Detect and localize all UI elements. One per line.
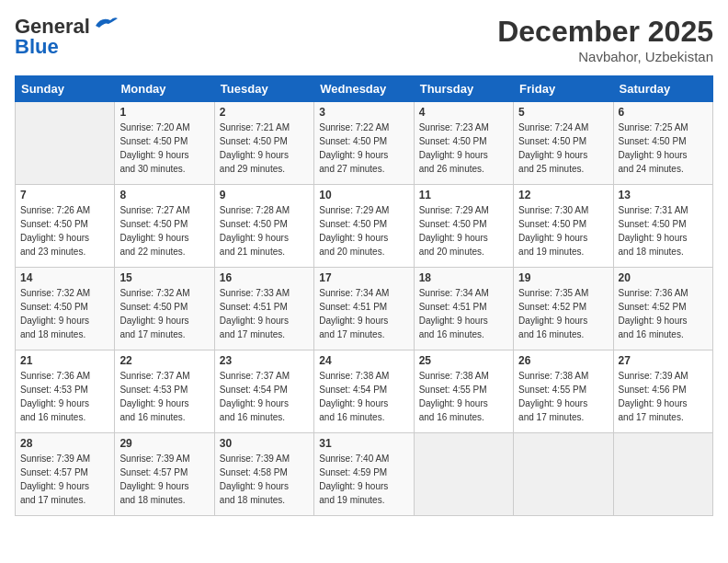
day-info: Sunrise: 7:38 AM Sunset: 4:54 PM Dayligh… xyxy=(319,369,408,424)
day-number: 8 xyxy=(119,189,209,201)
day-number: 13 xyxy=(619,189,708,201)
col-header-sunday: Sunday xyxy=(16,76,115,102)
calendar-cell xyxy=(613,433,712,516)
calendar-cell: 14Sunrise: 7:32 AM Sunset: 4:50 PM Dayli… xyxy=(16,268,115,350)
col-header-wednesday: Wednesday xyxy=(314,76,414,102)
day-number: 15 xyxy=(119,271,209,284)
calendar-cell: 1Sunrise: 7:20 AM Sunset: 4:50 PM Daylig… xyxy=(115,102,214,185)
day-info: Sunrise: 7:39 AM Sunset: 4:57 PM Dayligh… xyxy=(119,452,209,507)
calendar-cell: 21Sunrise: 7:36 AM Sunset: 4:53 PM Dayli… xyxy=(16,350,115,433)
calendar-cell: 12Sunrise: 7:30 AM Sunset: 4:50 PM Dayli… xyxy=(514,185,613,268)
day-number: 18 xyxy=(419,271,508,284)
day-number: 16 xyxy=(220,271,309,284)
calendar-cell: 9Sunrise: 7:28 AM Sunset: 4:50 PM Daylig… xyxy=(214,185,313,268)
day-number: 17 xyxy=(319,271,408,284)
day-number: 6 xyxy=(619,106,708,119)
day-number: 21 xyxy=(20,354,109,367)
day-number: 24 xyxy=(319,354,408,367)
calendar-cell: 30Sunrise: 7:39 AM Sunset: 4:58 PM Dayli… xyxy=(214,433,313,516)
day-info: Sunrise: 7:29 AM Sunset: 4:50 PM Dayligh… xyxy=(419,203,508,259)
day-number: 22 xyxy=(119,354,209,367)
day-number: 19 xyxy=(518,271,608,284)
day-number: 7 xyxy=(20,189,109,201)
day-info: Sunrise: 7:35 AM Sunset: 4:52 PM Dayligh… xyxy=(518,286,608,341)
day-info: Sunrise: 7:21 AM Sunset: 4:50 PM Dayligh… xyxy=(220,121,309,176)
day-number: 11 xyxy=(419,189,508,201)
calendar-cell xyxy=(414,433,513,516)
day-info: Sunrise: 7:37 AM Sunset: 4:54 PM Dayligh… xyxy=(220,369,309,424)
col-header-tuesday: Tuesday xyxy=(214,76,313,102)
day-number: 25 xyxy=(419,354,508,367)
day-info: Sunrise: 7:40 AM Sunset: 4:59 PM Dayligh… xyxy=(319,452,408,507)
day-number: 28 xyxy=(20,437,109,450)
calendar-cell: 26Sunrise: 7:38 AM Sunset: 4:55 PM Dayli… xyxy=(514,350,613,433)
calendar-cell: 24Sunrise: 7:38 AM Sunset: 4:54 PM Dayli… xyxy=(314,350,414,433)
location-subtitle: Navbahor, Uzbekistan xyxy=(497,49,713,64)
day-number: 9 xyxy=(220,189,309,201)
day-number: 14 xyxy=(20,271,109,284)
title-block: December 2025 Navbahor, Uzbekistan xyxy=(497,15,713,64)
calendar-cell: 3Sunrise: 7:22 AM Sunset: 4:50 PM Daylig… xyxy=(314,102,414,185)
day-info: Sunrise: 7:26 AM Sunset: 4:50 PM Dayligh… xyxy=(20,203,109,259)
day-info: Sunrise: 7:33 AM Sunset: 4:51 PM Dayligh… xyxy=(220,286,309,341)
day-info: Sunrise: 7:34 AM Sunset: 4:51 PM Dayligh… xyxy=(419,286,508,341)
day-number: 29 xyxy=(119,437,209,450)
calendar-header-row: SundayMondayTuesdayWednesdayThursdayFrid… xyxy=(16,76,713,102)
day-info: Sunrise: 7:31 AM Sunset: 4:50 PM Dayligh… xyxy=(619,203,708,259)
calendar-cell: 7Sunrise: 7:26 AM Sunset: 4:50 PM Daylig… xyxy=(16,185,115,268)
day-info: Sunrise: 7:24 AM Sunset: 4:50 PM Dayligh… xyxy=(518,121,608,176)
calendar-cell: 2Sunrise: 7:21 AM Sunset: 4:50 PM Daylig… xyxy=(214,102,313,185)
day-number: 4 xyxy=(419,106,508,119)
day-info: Sunrise: 7:29 AM Sunset: 4:50 PM Dayligh… xyxy=(319,203,408,259)
day-number: 12 xyxy=(518,189,608,201)
day-info: Sunrise: 7:23 AM Sunset: 4:50 PM Dayligh… xyxy=(419,121,508,176)
col-header-saturday: Saturday xyxy=(613,76,712,102)
calendar-cell: 22Sunrise: 7:37 AM Sunset: 4:53 PM Dayli… xyxy=(115,350,214,433)
day-info: Sunrise: 7:28 AM Sunset: 4:50 PM Dayligh… xyxy=(220,203,309,259)
calendar-cell: 6Sunrise: 7:25 AM Sunset: 4:50 PM Daylig… xyxy=(613,102,712,185)
calendar-cell: 16Sunrise: 7:33 AM Sunset: 4:51 PM Dayli… xyxy=(214,268,313,350)
calendar-cell: 19Sunrise: 7:35 AM Sunset: 4:52 PM Dayli… xyxy=(514,268,613,350)
day-info: Sunrise: 7:38 AM Sunset: 4:55 PM Dayligh… xyxy=(518,369,608,424)
day-number: 30 xyxy=(220,437,309,450)
col-header-monday: Monday xyxy=(115,76,214,102)
calendar-cell: 27Sunrise: 7:39 AM Sunset: 4:56 PM Dayli… xyxy=(613,350,712,433)
calendar-cell: 8Sunrise: 7:27 AM Sunset: 4:50 PM Daylig… xyxy=(115,185,214,268)
month-title: December 2025 xyxy=(497,15,713,49)
col-header-friday: Friday xyxy=(514,76,613,102)
day-number: 27 xyxy=(619,354,708,367)
calendar-cell: 20Sunrise: 7:36 AM Sunset: 4:52 PM Dayli… xyxy=(613,268,712,350)
calendar-row: 7Sunrise: 7:26 AM Sunset: 4:50 PM Daylig… xyxy=(16,185,713,268)
day-number: 26 xyxy=(518,354,608,367)
calendar-cell: 31Sunrise: 7:40 AM Sunset: 4:59 PM Dayli… xyxy=(314,433,414,516)
day-number: 2 xyxy=(220,106,309,119)
day-number: 5 xyxy=(518,106,608,119)
day-number: 10 xyxy=(319,189,408,201)
day-number: 23 xyxy=(220,354,309,367)
day-number: 1 xyxy=(119,106,209,119)
day-number: 31 xyxy=(319,437,408,450)
calendar-cell: 11Sunrise: 7:29 AM Sunset: 4:50 PM Dayli… xyxy=(414,185,513,268)
calendar-row: 28Sunrise: 7:39 AM Sunset: 4:57 PM Dayli… xyxy=(16,433,713,516)
logo: General Blue xyxy=(15,15,119,59)
day-info: Sunrise: 7:39 AM Sunset: 4:56 PM Dayligh… xyxy=(619,369,708,424)
day-info: Sunrise: 7:39 AM Sunset: 4:57 PM Dayligh… xyxy=(20,452,109,507)
day-number: 20 xyxy=(619,271,708,284)
day-info: Sunrise: 7:36 AM Sunset: 4:53 PM Dayligh… xyxy=(20,369,109,424)
logo-blue-text: Blue xyxy=(15,35,119,59)
calendar-cell: 25Sunrise: 7:38 AM Sunset: 4:55 PM Dayli… xyxy=(414,350,513,433)
day-info: Sunrise: 7:32 AM Sunset: 4:50 PM Dayligh… xyxy=(119,286,209,341)
calendar-cell: 13Sunrise: 7:31 AM Sunset: 4:50 PM Dayli… xyxy=(613,185,712,268)
calendar-cell: 10Sunrise: 7:29 AM Sunset: 4:50 PM Dayli… xyxy=(314,185,414,268)
day-info: Sunrise: 7:39 AM Sunset: 4:58 PM Dayligh… xyxy=(220,452,309,507)
calendar-cell: 17Sunrise: 7:34 AM Sunset: 4:51 PM Dayli… xyxy=(314,268,414,350)
day-info: Sunrise: 7:25 AM Sunset: 4:50 PM Dayligh… xyxy=(619,121,708,176)
col-header-thursday: Thursday xyxy=(414,76,513,102)
day-info: Sunrise: 7:37 AM Sunset: 4:53 PM Dayligh… xyxy=(119,369,209,424)
calendar-row: 21Sunrise: 7:36 AM Sunset: 4:53 PM Dayli… xyxy=(16,350,713,433)
day-info: Sunrise: 7:27 AM Sunset: 4:50 PM Dayligh… xyxy=(119,203,209,259)
day-info: Sunrise: 7:34 AM Sunset: 4:51 PM Dayligh… xyxy=(319,286,408,341)
day-info: Sunrise: 7:32 AM Sunset: 4:50 PM Dayligh… xyxy=(20,286,109,341)
day-info: Sunrise: 7:22 AM Sunset: 4:50 PM Dayligh… xyxy=(319,121,408,176)
logo-bird-icon xyxy=(92,15,119,35)
